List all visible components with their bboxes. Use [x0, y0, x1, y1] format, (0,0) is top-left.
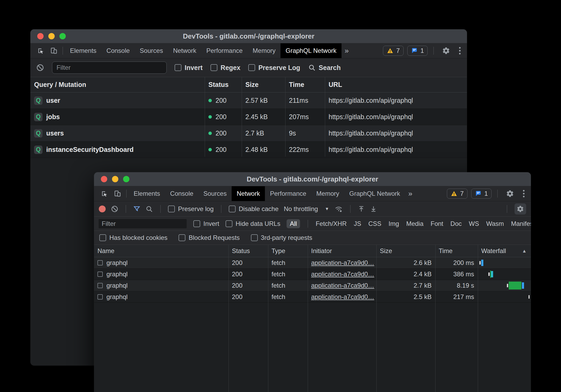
col-status[interactable]: Status: [228, 247, 268, 255]
col-url[interactable]: URL: [325, 81, 467, 88]
col-status[interactable]: Status: [205, 81, 242, 88]
preserve-log-checkbox[interactable]: Preserve Log: [248, 64, 300, 72]
close-window-button[interactable]: [101, 176, 107, 182]
more-options-icon[interactable]: [520, 190, 527, 197]
tab-memory[interactable]: Memory: [311, 186, 344, 201]
close-window-button[interactable]: [37, 33, 44, 39]
export-har-icon[interactable]: [370, 205, 377, 213]
tab-elements[interactable]: Elements: [129, 186, 165, 201]
tab-performance[interactable]: Performance: [201, 43, 247, 58]
tab-performance[interactable]: Performance: [265, 186, 311, 201]
type-filter-js[interactable]: JS: [354, 220, 361, 227]
more-tabs-icon[interactable]: »: [405, 186, 416, 201]
preserve-log-checkbox[interactable]: Preserve log: [168, 205, 214, 213]
invert-checkbox[interactable]: Invert: [193, 220, 219, 227]
initiator-link[interactable]: application-a7ca9d0…: [311, 282, 374, 289]
col-size[interactable]: Size: [376, 247, 435, 255]
type-filter-fetch-xhr[interactable]: Fetch/XHR: [316, 220, 347, 227]
tab-console[interactable]: Console: [165, 186, 198, 201]
messages-badge[interactable]: 1: [471, 189, 492, 199]
network-request-row[interactable]: graphql 200 fetch application-a7ca9d0… 2…: [94, 291, 531, 303]
tab-network[interactable]: Network: [168, 43, 201, 58]
network-settings-gear-icon[interactable]: [515, 203, 526, 214]
tab-sources[interactable]: Sources: [198, 186, 232, 201]
zoom-window-button[interactable]: [59, 33, 66, 39]
type-filter-font[interactable]: Font: [431, 220, 443, 227]
col-waterfall[interactable]: Waterfall ▲: [478, 247, 531, 255]
divider: [160, 205, 161, 213]
tab-graphql-network[interactable]: GraphQL Network: [280, 43, 342, 58]
graphql-query-row[interactable]: Q user 200 2.57 kB 211ms https://gitlab.…: [30, 92, 467, 109]
more-options-icon[interactable]: [456, 47, 463, 54]
warnings-badge[interactable]: 7: [383, 46, 403, 56]
3rd-party-requests-checkbox[interactable]: 3rd-party requests: [251, 234, 312, 241]
device-toolbar-icon[interactable]: [111, 186, 124, 201]
minimize-window-button[interactable]: [48, 33, 55, 39]
col-time[interactable]: Time: [435, 247, 478, 255]
settings-gear-icon[interactable]: [503, 190, 517, 198]
initiator-link[interactable]: application-a7ca9d0…: [311, 259, 374, 267]
network-request-row[interactable]: graphql 200 fetch application-a7ca9d0… 2…: [94, 280, 531, 291]
clear-icon[interactable]: [36, 64, 44, 72]
network-conditions-icon[interactable]: [334, 205, 343, 213]
row-checkbox[interactable]: [97, 294, 103, 300]
type-filter-ws[interactable]: WS: [469, 220, 479, 227]
device-toolbar-icon[interactable]: [47, 43, 60, 58]
type-filter-manifest[interactable]: Manifest: [511, 220, 531, 227]
warnings-badge[interactable]: 7: [447, 189, 467, 199]
graphql-query-row[interactable]: Q jobs 200 2.45 kB 207ms https://gitlab.…: [30, 109, 467, 125]
type-filter-media[interactable]: Media: [406, 220, 423, 227]
import-har-icon[interactable]: [358, 205, 365, 213]
messages-badge[interactable]: 1: [407, 46, 428, 56]
inspect-element-icon[interactable]: [34, 43, 47, 58]
network-request-row[interactable]: graphql 200 fetch application-a7ca9d0… 2…: [94, 269, 531, 280]
tab-memory[interactable]: Memory: [248, 43, 281, 58]
tab-sources[interactable]: Sources: [135, 43, 168, 58]
col-type[interactable]: Type: [268, 247, 308, 255]
type-filter-doc[interactable]: Doc: [450, 220, 462, 227]
regex-checkbox[interactable]: Regex: [211, 64, 240, 72]
throttling-dropdown[interactable]: No throttling ▼: [284, 205, 329, 213]
zoom-window-button[interactable]: [123, 176, 129, 182]
type-filter-wasm[interactable]: Wasm: [486, 220, 504, 227]
hide-data-urls-checkbox[interactable]: Hide data URLs: [226, 220, 280, 227]
waterfall-tick-segment: [479, 261, 481, 265]
type-filter-all[interactable]: All: [287, 219, 300, 228]
graphql-query-row[interactable]: Q instanceSecurityDashboard 200 2.48 kB …: [30, 142, 467, 158]
network-request-row[interactable]: graphql 200 fetch application-a7ca9d0… 2…: [94, 257, 531, 269]
row-checkbox[interactable]: [97, 272, 103, 277]
tab-console[interactable]: Console: [101, 43, 135, 58]
more-tabs-icon[interactable]: »: [342, 43, 352, 58]
initiator-link[interactable]: application-a7ca9d0…: [311, 270, 374, 278]
search-icon[interactable]: [146, 205, 153, 213]
filter-input[interactable]: [52, 62, 167, 74]
col-name[interactable]: Name: [94, 247, 228, 255]
initiator-link[interactable]: application-a7ca9d0…: [311, 293, 374, 301]
col-query-mutation[interactable]: Query / Mutation: [30, 81, 205, 88]
invert-checkbox[interactable]: Invert: [175, 64, 203, 72]
settings-gear-icon[interactable]: [440, 47, 453, 55]
filter-funnel-icon[interactable]: [133, 206, 140, 212]
clear-icon[interactable]: [111, 205, 118, 213]
titlebar[interactable]: DevTools - gitlab.com/-/graphql-explorer: [94, 172, 531, 186]
row-checkbox[interactable]: [97, 260, 103, 265]
col-size[interactable]: Size: [242, 81, 285, 88]
type-filter-img[interactable]: Img: [389, 220, 399, 227]
has-blocked-cookies-checkbox[interactable]: Has blocked cookies: [99, 234, 167, 241]
col-initiator[interactable]: Initiator: [308, 247, 376, 255]
tab-network[interactable]: Network: [232, 186, 265, 201]
tab-elements[interactable]: Elements: [65, 43, 101, 58]
minimize-window-button[interactable]: [112, 176, 118, 182]
col-time[interactable]: Time: [285, 81, 325, 88]
record-network-log-button[interactable]: [99, 206, 106, 212]
disable-cache-checkbox[interactable]: Disable cache: [229, 205, 279, 213]
tab-graphql-network[interactable]: GraphQL Network: [344, 186, 405, 201]
graphql-query-row[interactable]: Q users 200 2.7 kB 9s https://gitlab.com…: [30, 125, 467, 142]
type-filter-css[interactable]: CSS: [368, 220, 381, 227]
inspect-element-icon[interactable]: [98, 186, 111, 201]
row-checkbox[interactable]: [97, 283, 103, 288]
blocked-requests-checkbox[interactable]: Blocked Requests: [179, 234, 240, 241]
network-filter-input[interactable]: [98, 219, 187, 229]
titlebar[interactable]: DevTools - gitlab.com/-/graphql-explorer: [30, 29, 467, 43]
search-button[interactable]: Search: [308, 64, 341, 72]
